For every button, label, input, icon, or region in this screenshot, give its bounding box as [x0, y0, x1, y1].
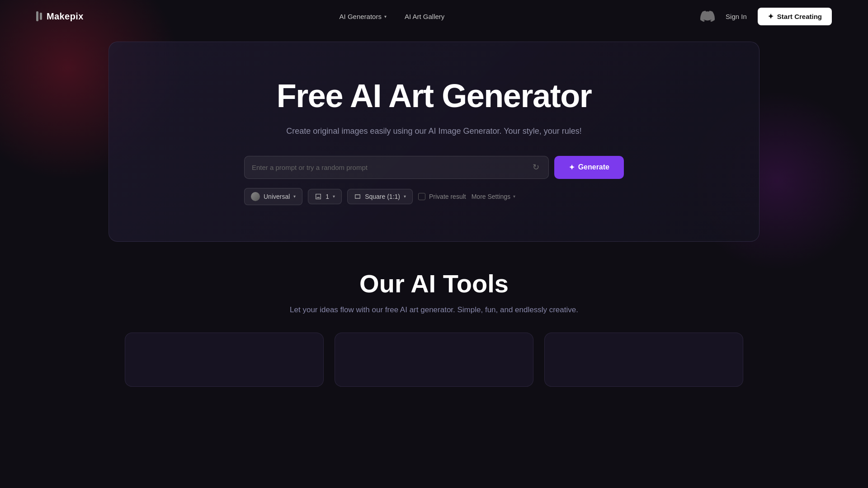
- generate-button[interactable]: ✦ Generate: [554, 156, 624, 179]
- logo[interactable]: Makepix: [36, 11, 84, 22]
- aspect-ratio-label: Square (1:1): [365, 193, 400, 200]
- count-dropdown[interactable]: 1 ▾: [308, 189, 342, 204]
- prompt-input[interactable]: [252, 156, 531, 178]
- sign-in-link[interactable]: Sign In: [726, 13, 747, 20]
- logo-bar-1: [36, 11, 38, 21]
- model-dropdown[interactable]: Universal ▾: [244, 188, 302, 205]
- logo-icon: [36, 11, 42, 21]
- tool-card-2[interactable]: [335, 333, 533, 387]
- navbar: Makepix AI Generators ▾ AI Art Gallery S…: [0, 0, 868, 33]
- controls-row: Universal ▾ 1 ▾ Square (1:1) ▾ Private r…: [244, 188, 624, 205]
- prompt-area: ↻ ✦ Generate: [244, 156, 624, 179]
- model-color-swatch: [251, 192, 260, 201]
- count-dropdown-chevron-icon: ▾: [333, 194, 335, 199]
- logo-bar-2: [40, 13, 42, 20]
- model-dropdown-chevron-icon: ▾: [293, 194, 296, 199]
- private-result-label: Private result: [429, 193, 466, 200]
- nav-ai-generators-label: AI Generators: [340, 13, 382, 20]
- nav-ai-art-gallery[interactable]: AI Art Gallery: [405, 13, 444, 20]
- tool-cards-row: [9, 333, 859, 387]
- nav-center: AI Generators ▾ AI Art Gallery: [340, 13, 445, 20]
- chevron-down-icon: ▾: [384, 14, 387, 19]
- hero-title: Free AI Art Generator: [127, 78, 741, 114]
- hero-section: Free AI Art Generator Create original im…: [108, 42, 760, 242]
- sparkle-icon: ✦: [768, 12, 774, 21]
- tool-card-3[interactable]: [544, 333, 743, 387]
- start-creating-button[interactable]: ✦ Start Creating: [758, 8, 832, 25]
- refresh-icon[interactable]: ↻: [531, 160, 541, 174]
- discord-icon[interactable]: [700, 9, 715, 23]
- more-settings-button[interactable]: More Settings ▾: [472, 193, 515, 200]
- ai-tools-title: Our AI Tools: [9, 269, 859, 298]
- ai-tools-section: Our AI Tools Let your ideas flow with ou…: [0, 242, 868, 405]
- start-creating-label: Start Creating: [777, 13, 822, 20]
- ai-tools-subtitle: Let your ideas flow with our free AI art…: [9, 305, 859, 314]
- generate-sparkle-icon: ✦: [569, 163, 575, 172]
- model-label: Universal: [264, 193, 290, 200]
- logo-text: Makepix: [47, 11, 84, 22]
- nav-ai-art-gallery-label: AI Art Gallery: [405, 13, 444, 20]
- tool-card-1[interactable]: [125, 333, 324, 387]
- private-result-checkbox[interactable]: [418, 193, 425, 200]
- images-icon: [315, 193, 322, 200]
- count-label: 1: [326, 193, 329, 200]
- aspect-ratio-dropdown-chevron-icon: ▾: [404, 194, 406, 199]
- hero-subtitle: Create original images easily using our …: [127, 125, 741, 138]
- prompt-input-wrapper: ↻: [244, 156, 549, 179]
- nav-right: Sign In ✦ Start Creating: [700, 8, 832, 25]
- private-result-toggle[interactable]: Private result: [418, 193, 466, 200]
- generate-label: Generate: [578, 163, 609, 171]
- more-settings-label: More Settings: [472, 193, 510, 200]
- aspect-ratio-icon: [354, 193, 361, 200]
- more-settings-chevron-icon: ▾: [513, 194, 515, 199]
- aspect-ratio-dropdown[interactable]: Square (1:1) ▾: [347, 189, 413, 204]
- nav-ai-generators[interactable]: AI Generators ▾: [340, 13, 387, 20]
